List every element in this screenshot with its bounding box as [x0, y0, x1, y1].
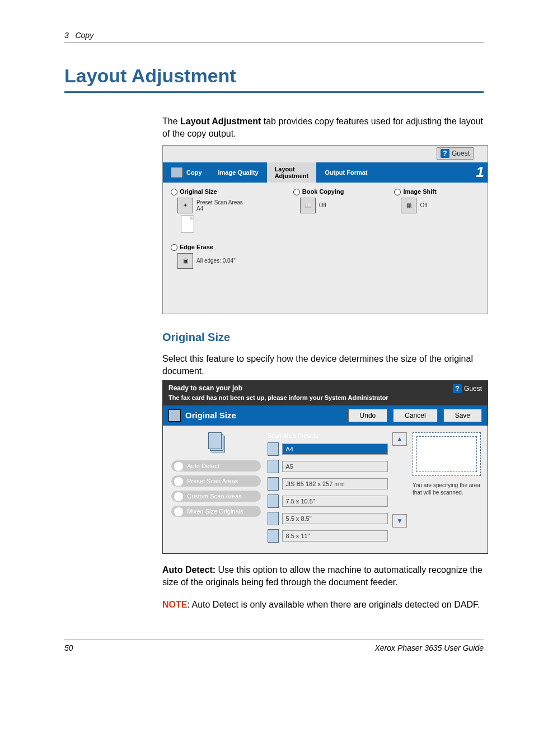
section-num: 3	[64, 31, 69, 40]
preview-text: You are specifying the area that will be…	[413, 482, 481, 496]
page-icon	[268, 494, 279, 508]
radio-icon	[171, 244, 177, 251]
help-icon: ?	[441, 149, 449, 158]
tab-row: Copy Image Quality Layout Adjustment Out…	[163, 162, 488, 183]
page-icon	[268, 442, 279, 456]
preset-8-5x11[interactable]: 8.5 x 11"	[268, 529, 388, 543]
pill-custom-scan-areas[interactable]: Custom Scan Areas	[171, 491, 261, 502]
pages-stack-icon	[205, 432, 227, 452]
original-size-screenshot: Ready to scan your job ?Guest The fax ca…	[162, 380, 488, 554]
tab-image-quality[interactable]: Image Quality	[210, 162, 267, 183]
scroll-down-button[interactable]: ▼	[392, 514, 407, 528]
preset-a4[interactable]: A4	[268, 442, 388, 456]
scroll-up-button[interactable]: ▲	[392, 432, 407, 446]
copy-icon	[171, 167, 183, 178]
radio-icon	[171, 189, 177, 195]
preset-jisb5[interactable]: JIS B5 182 x 257 mm	[268, 477, 388, 491]
subheading-original-size: Original Size	[162, 331, 484, 344]
edge-erase-icon: ▣	[177, 253, 193, 269]
page-title: Layout Adjustment	[64, 65, 484, 93]
pill-preset-scan-areas[interactable]: Preset Scan Areas	[171, 475, 261, 487]
page-icon	[268, 477, 279, 491]
option-original-size[interactable]: Original Size ✦ Preset Scan Areas A4	[171, 188, 243, 232]
guide-title: Xerox Phaser 3635 User Guide	[374, 643, 484, 652]
tab-output-format[interactable]: Output Format	[317, 162, 376, 183]
scan-area-presets-label: Scan Area Presets:	[268, 432, 388, 439]
image-shift-icon: ▦	[401, 198, 416, 213]
tab-copy[interactable]: Copy	[163, 162, 210, 183]
radio-icon	[394, 189, 401, 195]
option-image-shift[interactable]: Image Shift ▦ Off	[394, 188, 436, 232]
note-paragraph: NOTE: Auto Detect is only available when…	[162, 599, 484, 611]
page-icon	[268, 460, 279, 473]
option-edge-erase[interactable]: Edge Erase ▣ All edges: 0.04"	[171, 244, 480, 269]
guest-badge: ? Guest	[437, 147, 474, 160]
preset-a5[interactable]: A5	[268, 460, 388, 473]
radio-icon	[293, 189, 300, 195]
running-header: 3 Copy	[64, 31, 484, 43]
page-icon	[268, 512, 279, 525]
page-footer: 50 Xerox Phaser 3635 User Guide	[64, 640, 484, 652]
save-button[interactable]: Save	[443, 409, 482, 422]
callout-number: 1	[476, 164, 484, 181]
cancel-button[interactable]: Cancel	[393, 409, 437, 422]
preset-scan-icon: ✦	[177, 198, 193, 213]
status-text: Ready to scan your job	[168, 384, 242, 393]
page-number: 50	[64, 643, 73, 652]
layout-adjustment-screenshot: ? Guest Copy Image Quality Layout Adjust…	[162, 145, 488, 314]
section-title: Copy	[75, 31, 93, 40]
dialog-title: Original Size	[185, 410, 236, 420]
page-icon	[181, 216, 194, 232]
preset-7-5x10-5[interactable]: 7.5 x 10.5"	[268, 494, 388, 508]
original-size-paragraph: Select this feature to specify how the d…	[162, 353, 484, 378]
preset-5-5x8-5[interactable]: 5.5 x 8.5"	[268, 512, 388, 525]
pill-auto-detect[interactable]: Auto Detect	[171, 460, 261, 472]
pill-mixed-size-originals[interactable]: Mixed Size Originals	[171, 506, 261, 517]
page-icon	[268, 529, 279, 543]
help-icon: ?	[453, 384, 462, 393]
book-icon: 📖	[300, 198, 316, 213]
option-book-copying[interactable]: Book Copying 📖 Off	[293, 188, 344, 232]
auto-detect-paragraph: Auto Detect: Use this option to allow th…	[162, 564, 484, 589]
guest-badge: ?Guest	[453, 384, 482, 393]
tab-layout-adjustment[interactable]: Layout Adjustment	[267, 162, 317, 183]
scan-area-preview	[413, 432, 481, 476]
intro-paragraph: The Layout Adjustment tab provides copy …	[162, 115, 484, 141]
warning-text: The fax card has not been set up, please…	[163, 394, 488, 405]
undo-button[interactable]: Undo	[348, 409, 388, 422]
original-size-icon	[168, 409, 181, 422]
